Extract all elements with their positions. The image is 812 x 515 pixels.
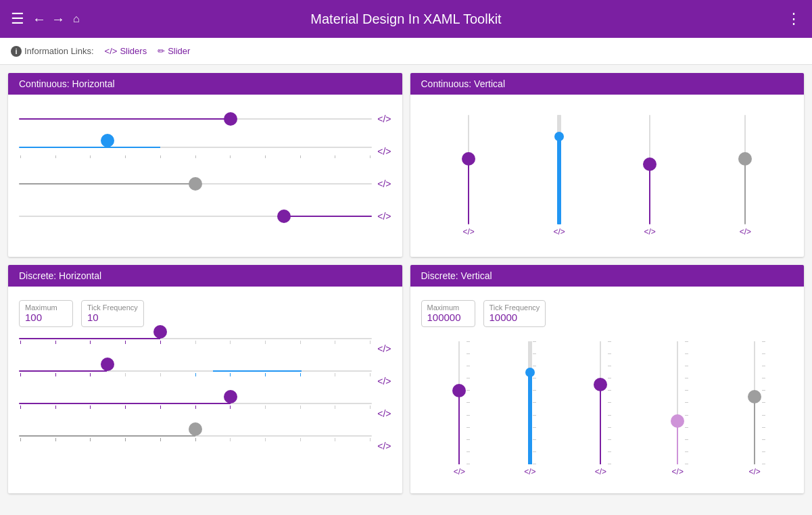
v-slider-thumb-3[interactable] xyxy=(643,157,656,171)
v-code-icon-3[interactable]: </> xyxy=(644,227,655,237)
discrete-vertical-sliders: </> </> xyxy=(421,338,794,480)
v-code-icon-4[interactable]: </> xyxy=(740,227,751,237)
slider-track-container-4[interactable] xyxy=(19,205,372,227)
disc-code-icon-2[interactable]: </> xyxy=(377,376,391,387)
dv-code-icon-3[interactable]: </> xyxy=(595,467,606,476)
v-slider-track-container-2[interactable] xyxy=(555,115,563,224)
more-icon[interactable]: ⋮ xyxy=(786,10,801,28)
disc-slider-container-1[interactable] xyxy=(19,338,372,360)
infobar: i Information Links: </> Sliders ✏ Slide… xyxy=(0,38,812,65)
page-title: Material Design In XAML Toolkit xyxy=(310,11,501,27)
dv-code-icon-4[interactable]: </> xyxy=(672,467,684,476)
slider-thumb-2[interactable] xyxy=(101,134,114,147)
slider-track-1 xyxy=(19,118,372,120)
dv-code-icon-1[interactable]: </> xyxy=(454,467,465,476)
slider-thumb-1[interactable] xyxy=(224,112,237,126)
slider-link-label: Slider xyxy=(168,46,190,56)
menu-icon[interactable]: ☰ xyxy=(11,10,24,28)
disc-slider-container-3[interactable] xyxy=(19,403,372,424)
navigation-icons: ← → xyxy=(32,11,65,27)
home-icon[interactable]: ⌂ xyxy=(73,13,80,25)
disc-code-icon-1[interactable]: </> xyxy=(377,343,391,354)
sliders-link-icon: </> xyxy=(105,46,118,56)
code-icon-1[interactable]: </> xyxy=(377,114,391,124)
v-slider-track-container-1[interactable] xyxy=(458,115,479,224)
max-input-group: Maximum 100 xyxy=(19,300,73,327)
back-icon[interactable]: ← xyxy=(32,11,46,27)
dv-thumb-1[interactable] xyxy=(452,384,466,397)
v-slider-col-3: </> xyxy=(639,115,661,237)
dv-track-container-2[interactable] xyxy=(525,341,535,464)
disc-code-icon-4[interactable]: </> xyxy=(377,441,391,451)
discrete-horizontal-header: Discrete: Horizontal xyxy=(8,265,402,287)
dv-track-container-4[interactable] xyxy=(665,341,690,464)
tick-value[interactable]: 10 xyxy=(87,312,99,323)
slider-thumb-4[interactable] xyxy=(277,210,291,223)
v-code-icon-2[interactable]: </> xyxy=(553,227,565,237)
disc-slider-thumb-4[interactable] xyxy=(189,422,202,436)
continuous-vertical-body: </> </> xyxy=(410,95,805,257)
code-icon-4[interactable]: </> xyxy=(377,211,391,222)
dv-track-5 xyxy=(754,341,755,464)
slider-link-icon: ✏ xyxy=(158,46,165,56)
discrete-vertical-body: Maximum 100000 Tick Frequency 10000 xyxy=(410,287,805,493)
discrete-v-inputs: Maximum 100000 Tick Frequency 10000 xyxy=(421,300,794,327)
dv-tick-input-group: Tick Frequency 10000 xyxy=(483,300,546,327)
dv-tick-label: Tick Frequency xyxy=(489,303,540,312)
slider-track-4 xyxy=(19,216,372,217)
dv-col-5: </> xyxy=(742,341,767,476)
forward-icon[interactable]: → xyxy=(51,11,65,27)
disc-slider-thumb-3[interactable] xyxy=(224,390,237,403)
tick-input-group: Tick Frequency 10 xyxy=(81,300,144,327)
v-slider-thumb-4[interactable] xyxy=(738,152,752,166)
dv-thumb-4[interactable] xyxy=(671,414,684,428)
slider-track-container-3[interactable] xyxy=(19,173,372,195)
v-code-icon-1[interactable]: </> xyxy=(462,227,474,237)
disc-slider-container-2[interactable] xyxy=(19,370,372,392)
dv-max-value[interactable]: 100000 xyxy=(427,312,461,323)
main-content: Continuous: Horizontal </> xyxy=(0,65,812,501)
tick-label: Tick Frequency xyxy=(87,303,138,312)
slider-track-container-1[interactable] xyxy=(19,108,372,130)
disc-code-icon-3[interactable]: </> xyxy=(377,408,391,419)
code-icon-2[interactable]: </> xyxy=(377,146,391,157)
v-slider-track-3 xyxy=(649,115,650,224)
dv-track-4 xyxy=(677,341,678,464)
disc-slider-row-1: </> xyxy=(19,338,391,360)
dv-track-container-3[interactable] xyxy=(588,341,613,464)
slider-track-container-2[interactable] xyxy=(19,141,372,162)
code-icon-3[interactable]: </> xyxy=(377,178,391,189)
sliders-link-label: Sliders xyxy=(120,46,147,56)
max-label: Maximum xyxy=(25,303,67,312)
disc-slider-row-2: </> xyxy=(19,370,391,392)
info-icon: i Information Links: xyxy=(11,46,94,57)
dv-track-container-5[interactable] xyxy=(742,341,767,464)
dv-thumb-3[interactable] xyxy=(594,378,607,391)
sliders-link[interactable]: </> Sliders xyxy=(105,46,147,56)
slider-row-4: </> xyxy=(19,205,391,227)
v-slider-track-container-4[interactable] xyxy=(734,115,756,224)
slider-thumb-3[interactable] xyxy=(189,177,202,191)
dv-code-icon-2[interactable]: </> xyxy=(524,467,535,476)
v-slider-thumb-1[interactable] xyxy=(462,152,475,166)
continuous-horizontal-body: </> </> xyxy=(8,95,402,251)
disc-slider-thumb-1[interactable] xyxy=(153,325,167,339)
disc-slider-thumb-2a[interactable] xyxy=(101,358,114,371)
panel-continuous-horizontal: Continuous: Horizontal </> xyxy=(8,73,402,257)
slider-row-2: </> xyxy=(19,141,391,162)
dv-tick-value[interactable]: 10000 xyxy=(489,312,518,323)
max-value[interactable]: 100 xyxy=(25,312,42,323)
v-slider-col-1: </> xyxy=(458,115,479,237)
v-slider-col-4: </> xyxy=(734,115,756,237)
dv-track-container-1[interactable] xyxy=(447,341,471,464)
disc-slider-container-4[interactable] xyxy=(19,435,372,457)
dv-code-icon-5[interactable]: </> xyxy=(748,467,760,476)
dv-col-2: </> xyxy=(524,341,535,476)
dv-col-3: </> xyxy=(588,341,613,476)
topbar: ☰ ← → ⌂ Material Design In XAML Toolkit … xyxy=(0,0,812,38)
v-slider-thumb-2[interactable] xyxy=(554,132,564,141)
info-label: Information Links: xyxy=(24,46,94,56)
v-slider-track-container-3[interactable] xyxy=(639,115,661,224)
slider-link[interactable]: ✏ Slider xyxy=(158,46,190,56)
dv-thumb-5[interactable] xyxy=(748,390,761,403)
